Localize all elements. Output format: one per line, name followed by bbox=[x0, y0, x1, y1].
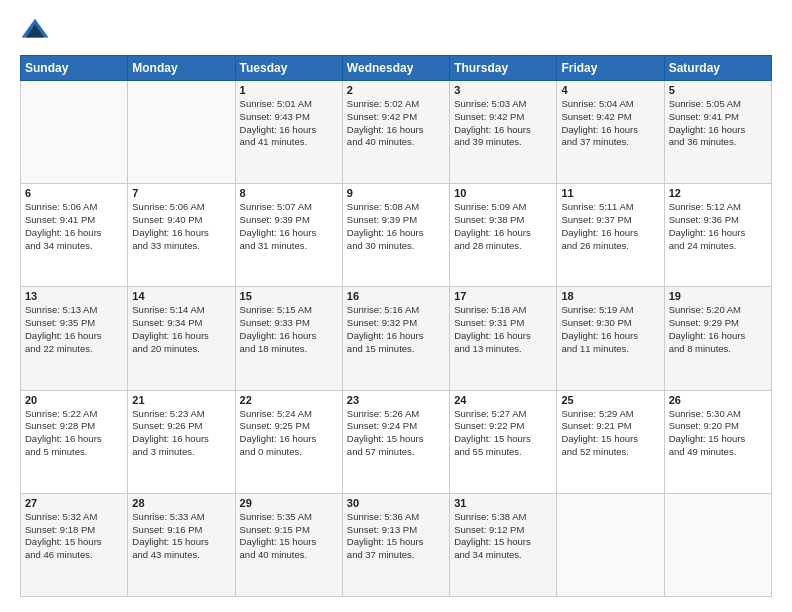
day-info: Sunrise: 5:09 AM Sunset: 9:38 PM Dayligh… bbox=[454, 201, 531, 250]
day-info: Sunrise: 5:05 AM Sunset: 9:41 PM Dayligh… bbox=[669, 98, 746, 147]
day-info: Sunrise: 5:13 AM Sunset: 9:35 PM Dayligh… bbox=[25, 304, 102, 353]
day-number: 9 bbox=[347, 187, 445, 199]
day-cell: 15Sunrise: 5:15 AM Sunset: 9:33 PM Dayli… bbox=[235, 287, 342, 390]
day-number: 20 bbox=[25, 394, 123, 406]
day-number: 14 bbox=[132, 290, 230, 302]
weekday-wednesday: Wednesday bbox=[342, 56, 449, 81]
day-cell: 18Sunrise: 5:19 AM Sunset: 9:30 PM Dayli… bbox=[557, 287, 664, 390]
day-cell bbox=[128, 81, 235, 184]
day-cell: 12Sunrise: 5:12 AM Sunset: 9:36 PM Dayli… bbox=[664, 184, 771, 287]
day-cell: 2Sunrise: 5:02 AM Sunset: 9:42 PM Daylig… bbox=[342, 81, 449, 184]
day-number: 15 bbox=[240, 290, 338, 302]
day-number: 28 bbox=[132, 497, 230, 509]
day-info: Sunrise: 5:26 AM Sunset: 9:24 PM Dayligh… bbox=[347, 408, 424, 457]
day-cell bbox=[557, 493, 664, 596]
day-info: Sunrise: 5:35 AM Sunset: 9:15 PM Dayligh… bbox=[240, 511, 317, 560]
day-cell: 25Sunrise: 5:29 AM Sunset: 9:21 PM Dayli… bbox=[557, 390, 664, 493]
day-cell: 10Sunrise: 5:09 AM Sunset: 9:38 PM Dayli… bbox=[450, 184, 557, 287]
day-info: Sunrise: 5:38 AM Sunset: 9:12 PM Dayligh… bbox=[454, 511, 531, 560]
day-info: Sunrise: 5:24 AM Sunset: 9:25 PM Dayligh… bbox=[240, 408, 317, 457]
day-number: 27 bbox=[25, 497, 123, 509]
day-number: 11 bbox=[561, 187, 659, 199]
day-info: Sunrise: 5:06 AM Sunset: 9:41 PM Dayligh… bbox=[25, 201, 102, 250]
day-cell: 1Sunrise: 5:01 AM Sunset: 9:43 PM Daylig… bbox=[235, 81, 342, 184]
day-number: 23 bbox=[347, 394, 445, 406]
week-row-1: 1Sunrise: 5:01 AM Sunset: 9:43 PM Daylig… bbox=[21, 81, 772, 184]
day-info: Sunrise: 5:18 AM Sunset: 9:31 PM Dayligh… bbox=[454, 304, 531, 353]
day-number: 13 bbox=[25, 290, 123, 302]
day-cell: 9Sunrise: 5:08 AM Sunset: 9:39 PM Daylig… bbox=[342, 184, 449, 287]
day-cell bbox=[664, 493, 771, 596]
weekday-thursday: Thursday bbox=[450, 56, 557, 81]
day-info: Sunrise: 5:27 AM Sunset: 9:22 PM Dayligh… bbox=[454, 408, 531, 457]
day-info: Sunrise: 5:29 AM Sunset: 9:21 PM Dayligh… bbox=[561, 408, 638, 457]
day-cell: 31Sunrise: 5:38 AM Sunset: 9:12 PM Dayli… bbox=[450, 493, 557, 596]
week-row-2: 6Sunrise: 5:06 AM Sunset: 9:41 PM Daylig… bbox=[21, 184, 772, 287]
day-info: Sunrise: 5:16 AM Sunset: 9:32 PM Dayligh… bbox=[347, 304, 424, 353]
weekday-header-row: SundayMondayTuesdayWednesdayThursdayFrid… bbox=[21, 56, 772, 81]
day-info: Sunrise: 5:30 AM Sunset: 9:20 PM Dayligh… bbox=[669, 408, 746, 457]
day-cell: 23Sunrise: 5:26 AM Sunset: 9:24 PM Dayli… bbox=[342, 390, 449, 493]
day-info: Sunrise: 5:12 AM Sunset: 9:36 PM Dayligh… bbox=[669, 201, 746, 250]
day-number: 3 bbox=[454, 84, 552, 96]
weekday-friday: Friday bbox=[557, 56, 664, 81]
day-number: 25 bbox=[561, 394, 659, 406]
day-cell: 19Sunrise: 5:20 AM Sunset: 9:29 PM Dayli… bbox=[664, 287, 771, 390]
day-info: Sunrise: 5:33 AM Sunset: 9:16 PM Dayligh… bbox=[132, 511, 209, 560]
week-row-3: 13Sunrise: 5:13 AM Sunset: 9:35 PM Dayli… bbox=[21, 287, 772, 390]
day-info: Sunrise: 5:22 AM Sunset: 9:28 PM Dayligh… bbox=[25, 408, 102, 457]
week-row-5: 27Sunrise: 5:32 AM Sunset: 9:18 PM Dayli… bbox=[21, 493, 772, 596]
day-cell: 29Sunrise: 5:35 AM Sunset: 9:15 PM Dayli… bbox=[235, 493, 342, 596]
day-number: 26 bbox=[669, 394, 767, 406]
weekday-tuesday: Tuesday bbox=[235, 56, 342, 81]
day-number: 30 bbox=[347, 497, 445, 509]
day-cell bbox=[21, 81, 128, 184]
day-info: Sunrise: 5:03 AM Sunset: 9:42 PM Dayligh… bbox=[454, 98, 531, 147]
day-cell: 11Sunrise: 5:11 AM Sunset: 9:37 PM Dayli… bbox=[557, 184, 664, 287]
day-cell: 21Sunrise: 5:23 AM Sunset: 9:26 PM Dayli… bbox=[128, 390, 235, 493]
day-info: Sunrise: 5:36 AM Sunset: 9:13 PM Dayligh… bbox=[347, 511, 424, 560]
day-number: 22 bbox=[240, 394, 338, 406]
day-info: Sunrise: 5:04 AM Sunset: 9:42 PM Dayligh… bbox=[561, 98, 638, 147]
day-cell: 5Sunrise: 5:05 AM Sunset: 9:41 PM Daylig… bbox=[664, 81, 771, 184]
day-info: Sunrise: 5:02 AM Sunset: 9:42 PM Dayligh… bbox=[347, 98, 424, 147]
day-number: 6 bbox=[25, 187, 123, 199]
day-cell: 22Sunrise: 5:24 AM Sunset: 9:25 PM Dayli… bbox=[235, 390, 342, 493]
day-cell: 4Sunrise: 5:04 AM Sunset: 9:42 PM Daylig… bbox=[557, 81, 664, 184]
day-info: Sunrise: 5:01 AM Sunset: 9:43 PM Dayligh… bbox=[240, 98, 317, 147]
day-number: 31 bbox=[454, 497, 552, 509]
day-cell: 8Sunrise: 5:07 AM Sunset: 9:39 PM Daylig… bbox=[235, 184, 342, 287]
day-cell: 24Sunrise: 5:27 AM Sunset: 9:22 PM Dayli… bbox=[450, 390, 557, 493]
day-info: Sunrise: 5:15 AM Sunset: 9:33 PM Dayligh… bbox=[240, 304, 317, 353]
day-cell: 6Sunrise: 5:06 AM Sunset: 9:41 PM Daylig… bbox=[21, 184, 128, 287]
day-cell: 30Sunrise: 5:36 AM Sunset: 9:13 PM Dayli… bbox=[342, 493, 449, 596]
day-info: Sunrise: 5:06 AM Sunset: 9:40 PM Dayligh… bbox=[132, 201, 209, 250]
day-cell: 28Sunrise: 5:33 AM Sunset: 9:16 PM Dayli… bbox=[128, 493, 235, 596]
calendar: SundayMondayTuesdayWednesdayThursdayFrid… bbox=[20, 55, 772, 597]
day-number: 19 bbox=[669, 290, 767, 302]
day-number: 18 bbox=[561, 290, 659, 302]
weekday-saturday: Saturday bbox=[664, 56, 771, 81]
weekday-monday: Monday bbox=[128, 56, 235, 81]
day-number: 21 bbox=[132, 394, 230, 406]
day-info: Sunrise: 5:20 AM Sunset: 9:29 PM Dayligh… bbox=[669, 304, 746, 353]
day-cell: 7Sunrise: 5:06 AM Sunset: 9:40 PM Daylig… bbox=[128, 184, 235, 287]
day-cell: 20Sunrise: 5:22 AM Sunset: 9:28 PM Dayli… bbox=[21, 390, 128, 493]
day-number: 17 bbox=[454, 290, 552, 302]
week-row-4: 20Sunrise: 5:22 AM Sunset: 9:28 PM Dayli… bbox=[21, 390, 772, 493]
day-info: Sunrise: 5:23 AM Sunset: 9:26 PM Dayligh… bbox=[132, 408, 209, 457]
logo bbox=[20, 15, 54, 45]
page: SundayMondayTuesdayWednesdayThursdayFrid… bbox=[0, 0, 792, 612]
day-cell: 17Sunrise: 5:18 AM Sunset: 9:31 PM Dayli… bbox=[450, 287, 557, 390]
weekday-sunday: Sunday bbox=[21, 56, 128, 81]
day-info: Sunrise: 5:19 AM Sunset: 9:30 PM Dayligh… bbox=[561, 304, 638, 353]
day-number: 7 bbox=[132, 187, 230, 199]
day-cell: 16Sunrise: 5:16 AM Sunset: 9:32 PM Dayli… bbox=[342, 287, 449, 390]
day-info: Sunrise: 5:32 AM Sunset: 9:18 PM Dayligh… bbox=[25, 511, 102, 560]
day-number: 10 bbox=[454, 187, 552, 199]
day-cell: 13Sunrise: 5:13 AM Sunset: 9:35 PM Dayli… bbox=[21, 287, 128, 390]
day-number: 29 bbox=[240, 497, 338, 509]
day-number: 5 bbox=[669, 84, 767, 96]
day-info: Sunrise: 5:14 AM Sunset: 9:34 PM Dayligh… bbox=[132, 304, 209, 353]
day-number: 24 bbox=[454, 394, 552, 406]
